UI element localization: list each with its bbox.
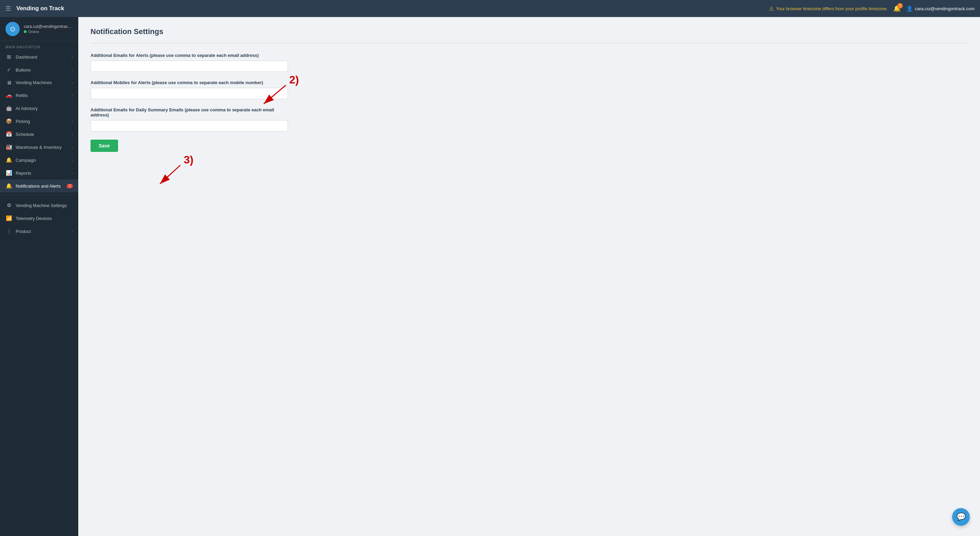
header-user-email: cara.cui@vendingontrack.com: [915, 6, 975, 11]
picking-icon: 📦: [5, 118, 12, 124]
svg-text:2): 2): [289, 73, 299, 86]
sidebar-item-warehouse[interactable]: 🏭 Warehouse & Inventory ‹: [0, 140, 78, 153]
user-section: ⊙ cara.cui@vendingontrack.com Online: [0, 17, 78, 41]
notification-settings-form: Additional Emails for Alerts (please use…: [91, 53, 288, 152]
app-title: Vending on Track: [16, 5, 64, 12]
sidebar-item-label: Warehouse & Inventory: [16, 145, 62, 150]
header-right: ⚠ Your browser timezone differs from you…: [769, 5, 975, 12]
header-left: ☰ Vending on Track: [5, 5, 64, 12]
bell-wrapper[interactable]: 🔔 7: [893, 5, 901, 12]
warehouse-icon: 🏭: [5, 144, 12, 150]
campaign-icon: 🔔: [5, 157, 12, 163]
dashboard-icon: ⊞: [5, 54, 12, 60]
ai-advisory-icon: 🤖: [5, 105, 12, 112]
sidebar-item-ai-advisory[interactable]: 🤖 AI Advisory: [0, 102, 78, 115]
chevron-icon: ‹: [72, 158, 73, 162]
save-button[interactable]: Save: [91, 140, 118, 152]
title-divider: [91, 43, 968, 43]
sidebar-item-buttons[interactable]: ✓ Buttons ‹: [0, 63, 78, 76]
sidebar-item-label: Vending Machines: [16, 80, 52, 85]
sidebar-item-label: Schedule: [16, 132, 34, 137]
sidebar-item-label: Refills: [16, 93, 27, 98]
sidebar-item-label: Campaign: [16, 158, 36, 163]
emails-form-group: Additional Emails for Alerts (please use…: [91, 53, 288, 72]
status-text: Online: [28, 30, 39, 34]
chevron-icon: ‹: [72, 119, 73, 123]
emails-label: Additional Emails for Alerts (please use…: [91, 53, 288, 58]
chevron-icon: ‹: [72, 229, 73, 233]
telemetry-icon: 📶: [5, 215, 12, 221]
sidebar-item-picking[interactable]: 📦 Picking ‹: [0, 115, 78, 128]
user-status: Online: [24, 30, 73, 34]
chevron-icon: ‹: [72, 55, 73, 59]
sidebar: ⊙ cara.cui@vendingontrack.com Online MAI…: [0, 17, 78, 536]
nav-section-label: MAIN NAVIGATION: [0, 41, 78, 50]
product-icon: ⋮: [5, 228, 12, 234]
sidebar-user-email: cara.cui@vendingontrack.com: [24, 24, 73, 29]
sidebar-item-campaign[interactable]: 🔔 Campaign ‹: [0, 153, 78, 166]
sidebar-item-label: AI Advisory: [16, 106, 38, 111]
timezone-warning-text: Your browser timezone differs from your …: [776, 6, 888, 11]
bell-badge: 7: [897, 3, 903, 8]
sidebar-item-label: Product: [16, 229, 31, 234]
sidebar-item-telemetry-devices[interactable]: 📶 Telemetry Devices: [0, 212, 78, 225]
user-info[interactable]: 👤 cara.cui@vendingontrack.com: [906, 5, 975, 12]
app-body: ⊙ cara.cui@vendingontrack.com Online MAI…: [0, 17, 980, 536]
vending-machines-icon: 🖥: [5, 80, 12, 86]
notifications-badge: 7: [67, 184, 73, 188]
sidebar-item-vending-machine-settings[interactable]: ⚙ Vending Machine Settings: [0, 199, 78, 212]
sidebar-item-label: Buttons: [16, 67, 30, 73]
chevron-icon: ‹: [72, 81, 73, 85]
reports-icon: 📊: [5, 170, 12, 176]
hamburger-icon[interactable]: ☰: [5, 5, 11, 12]
user-icon: 👤: [906, 5, 913, 12]
sidebar-item-label: Dashboard: [16, 54, 37, 60]
sidebar-item-vending-machines[interactable]: 🖥 Vending Machines ‹: [0, 76, 78, 89]
chevron-icon: ‹: [72, 93, 73, 97]
sidebar-item-schedule[interactable]: 📅 Schedule ‹: [0, 128, 78, 140]
schedule-icon: 📅: [5, 131, 12, 137]
svg-line-3: [160, 165, 180, 184]
svg-text:3): 3): [184, 153, 193, 166]
sidebar-item-notifications[interactable]: 🔔 Notifications and Alerts 7: [0, 179, 78, 192]
sidebar-item-dashboard[interactable]: ⊞ Dashboard ‹: [0, 50, 78, 63]
summary-emails-form-group: Additional Emails for Daily Summary Emai…: [91, 107, 288, 131]
chevron-icon: ‹: [72, 132, 73, 136]
mobiles-label: Additional Mobiles for Alerts (please us…: [91, 80, 288, 85]
sidebar-divider: [0, 195, 78, 195]
avatar: ⊙: [5, 22, 20, 36]
sidebar-item-label: Telemetry Devices: [16, 216, 52, 221]
sidebar-bottom: ⚙ Vending Machine Settings 📶 Telemetry D…: [0, 197, 78, 238]
chat-icon: 💬: [956, 512, 966, 522]
timezone-warning: ⚠ Your browser timezone differs from you…: [769, 5, 888, 12]
mobiles-form-group: Additional Mobiles for Alerts (please us…: [91, 80, 288, 99]
top-header: ☰ Vending on Track ⚠ Your browser timezo…: [0, 0, 980, 17]
chevron-icon: ‹: [72, 171, 73, 175]
mobiles-input[interactable]: [91, 88, 288, 99]
settings-icon: ⚙: [5, 202, 12, 208]
summary-emails-label: Additional Emails for Daily Summary Emai…: [91, 107, 288, 118]
user-meta: cara.cui@vendingontrack.com Online: [24, 24, 73, 34]
refills-icon: 🚗: [5, 92, 12, 99]
chevron-icon: ‹: [72, 145, 73, 149]
notifications-icon: 🔔: [5, 183, 12, 189]
warning-icon: ⚠: [769, 5, 774, 12]
emails-input[interactable]: [91, 61, 288, 72]
sidebar-item-refills[interactable]: 🚗 Refills ‹: [0, 89, 78, 102]
chat-fab[interactable]: 💬: [952, 508, 970, 526]
sidebar-item-label: Picking: [16, 119, 30, 124]
sidebar-item-reports[interactable]: 📊 Reports ‹: [0, 166, 78, 179]
chevron-icon: ‹: [72, 68, 73, 72]
summary-emails-input[interactable]: [91, 120, 288, 131]
buttons-icon: ✓: [5, 67, 12, 73]
sidebar-item-label: Notifications and Alerts: [16, 183, 60, 189]
sidebar-item-label: Reports: [16, 171, 31, 176]
sidebar-item-label: Vending Machine Settings: [16, 203, 67, 208]
page-title: Notification Settings: [91, 27, 968, 36]
status-dot: [24, 30, 27, 33]
sidebar-item-product[interactable]: ⋮ Product ‹: [0, 225, 78, 238]
main-content: Notification Settings Additional Emails …: [78, 17, 980, 536]
